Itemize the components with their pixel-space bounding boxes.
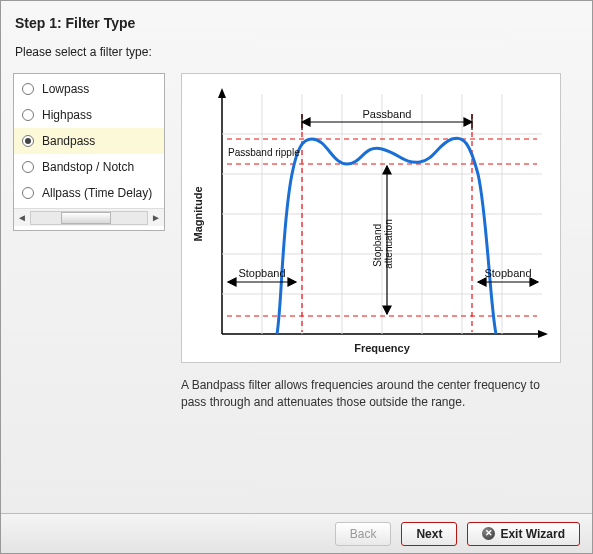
button-label: Back xyxy=(350,527,377,541)
chart-anno-attenuation: Stopband attenuation xyxy=(372,219,394,269)
svg-marker-33 xyxy=(383,166,391,174)
svg-marker-23 xyxy=(464,118,472,126)
chart-anno-stopband-left: Stopband xyxy=(238,267,285,279)
button-label: Next xyxy=(416,527,442,541)
filter-option-highpass[interactable]: Highpass xyxy=(14,102,164,128)
chart-ylabel: Magnitude xyxy=(192,187,204,242)
radio-icon xyxy=(22,161,34,173)
main-row: Lowpass Highpass Bandpass Bandstop / Not… xyxy=(13,73,580,411)
radio-icon xyxy=(22,135,34,147)
scroll-track[interactable] xyxy=(30,211,148,225)
scroll-thumb[interactable] xyxy=(61,212,111,224)
button-label: Exit Wizard xyxy=(500,527,565,541)
filter-option-label: Highpass xyxy=(42,108,92,122)
filter-option-label: Allpass (Time Delay) xyxy=(42,186,152,200)
filter-response-chart: Passband Passband ripple Stopband xyxy=(181,73,561,363)
radio-icon xyxy=(22,187,34,199)
step-title: Step 1: Filter Type xyxy=(15,15,580,31)
chart-anno-stopband-right: Stopband xyxy=(484,267,531,279)
close-icon: ✕ xyxy=(482,527,495,540)
radio-icon xyxy=(22,109,34,121)
svg-marker-2 xyxy=(218,88,226,98)
next-button[interactable]: Next xyxy=(401,522,457,546)
chart-xlabel: Frequency xyxy=(354,342,411,354)
svg-marker-3 xyxy=(538,330,548,338)
filter-option-label: Bandpass xyxy=(42,134,95,148)
svg-marker-34 xyxy=(383,306,391,314)
svg-marker-30 xyxy=(478,278,486,286)
filter-description: A Bandpass filter allows frequencies aro… xyxy=(181,377,551,411)
prompt-text: Please select a filter type: xyxy=(15,45,580,59)
filter-option-label: Bandstop / Notch xyxy=(42,160,134,174)
filter-option-lowpass[interactable]: Lowpass xyxy=(14,76,164,102)
right-column: Passband Passband ripple Stopband xyxy=(181,73,561,411)
filter-option-allpass[interactable]: Allpass (Time Delay) xyxy=(14,180,164,206)
filter-option-label: Lowpass xyxy=(42,82,89,96)
svg-marker-22 xyxy=(302,118,310,126)
scroll-left-icon[interactable]: ◄ xyxy=(14,212,30,223)
filter-option-bandpass[interactable]: Bandpass xyxy=(14,128,164,154)
horizontal-scrollbar[interactable]: ◄ ► xyxy=(14,208,164,226)
content-area: Step 1: Filter Type Please select a filt… xyxy=(1,1,592,411)
chart-anno-ripple: Passband ripple xyxy=(228,147,300,158)
back-button: Back xyxy=(335,522,392,546)
filter-option-bandstop[interactable]: Bandstop / Notch xyxy=(14,154,164,180)
wizard-dialog: Step 1: Filter Type Please select a filt… xyxy=(0,0,593,554)
svg-marker-27 xyxy=(228,278,236,286)
svg-marker-31 xyxy=(530,278,538,286)
scroll-right-icon[interactable]: ► xyxy=(148,212,164,223)
radio-icon xyxy=(22,83,34,95)
filter-type-list: Lowpass Highpass Bandpass Bandstop / Not… xyxy=(13,73,165,231)
chart-anno-passband: Passband xyxy=(363,108,412,120)
exit-wizard-button[interactable]: ✕ Exit Wizard xyxy=(467,522,580,546)
svg-marker-28 xyxy=(288,278,296,286)
button-bar: Back Next ✕ Exit Wizard xyxy=(1,513,592,553)
